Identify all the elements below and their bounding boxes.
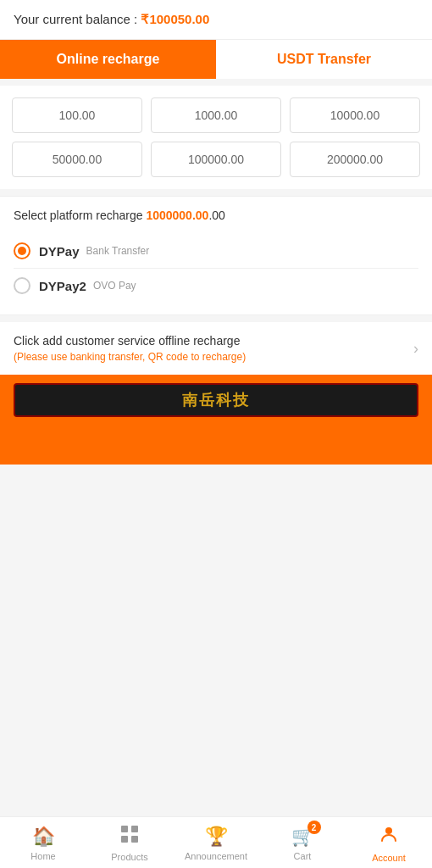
nav-item-account[interactable]: Account xyxy=(346,824,432,863)
amount-option[interactable]: 10000.00 xyxy=(290,97,420,133)
nav-label-products: Products xyxy=(111,852,147,862)
cs-main-text: Click add customer service offline recha… xyxy=(14,334,246,348)
tab-usdt-transfer[interactable]: USDT Transfer xyxy=(216,40,432,79)
home-icon: 🏠 xyxy=(32,826,55,848)
amount-grid: 100.001000.0010000.0050000.00100000.0020… xyxy=(0,86,432,189)
recharge-tabs: Online recharge USDT Transfer xyxy=(0,40,432,79)
cs-text: Click add customer service offline recha… xyxy=(14,334,246,363)
amount-option[interactable]: 50000.00 xyxy=(12,142,142,177)
platform-name-0: DYPay xyxy=(39,244,80,259)
balance-label: Your current balance : xyxy=(14,12,137,26)
banner-logo-text: 南岳科技 xyxy=(182,390,250,410)
nav-item-announcement[interactable]: 🏆 Announcement xyxy=(173,824,259,863)
svg-rect-0 xyxy=(121,826,128,832)
nav-item-products[interactable]: Products xyxy=(86,824,173,863)
cart-icon: 🛒 2 xyxy=(291,826,314,848)
platform-sub-1: OVO Pay xyxy=(93,280,136,292)
svg-rect-1 xyxy=(131,826,138,832)
account-icon xyxy=(379,824,399,849)
amount-option[interactable]: 100.00 xyxy=(12,97,142,133)
cs-arrow-icon: › xyxy=(413,340,418,358)
banner-logo: 南岳科技 xyxy=(14,383,418,417)
amount-option[interactable]: 1000.00 xyxy=(151,97,281,133)
platform-select-box: Select platform recharge 1000000.00.00 D… xyxy=(0,196,432,315)
radio-outer-0 xyxy=(14,242,30,259)
nav-item-cart[interactable]: 🛒 2 Cart xyxy=(259,824,346,863)
svg-point-4 xyxy=(385,827,392,834)
amount-option[interactable]: 100000.00 xyxy=(151,142,281,177)
svg-rect-2 xyxy=(121,836,128,843)
platform-title: Select platform recharge 1000000.00.00 xyxy=(14,209,418,222)
products-icon xyxy=(120,825,139,849)
recharge-button[interactable] xyxy=(14,426,418,453)
nav-label-cart: Cart xyxy=(294,851,312,861)
announcement-icon: 🏆 xyxy=(205,826,228,848)
balance-amount: ₹100050.00 xyxy=(141,12,209,26)
bottom-nav: 🏠 Home Products 🏆 Announcement 🛒 2 Cart xyxy=(0,816,432,868)
platform-sub-0: Bank Transfer xyxy=(86,245,150,257)
tab-online-recharge[interactable]: Online recharge xyxy=(0,40,216,79)
balance-bar: Your current balance : ₹100050.00 xyxy=(0,0,432,40)
platform-option-dypay[interactable]: DYPayBank Transfer xyxy=(14,234,418,268)
cart-badge: 2 xyxy=(307,821,321,834)
customer-service-row[interactable]: Click add customer service offline recha… xyxy=(0,322,432,375)
cs-sub-text: (Please use banking transfer, QR code to… xyxy=(14,351,246,363)
nav-label-home: Home xyxy=(30,851,55,861)
amount-option[interactable]: 200000.00 xyxy=(290,142,420,177)
platform-option-dypay2[interactable]: DYPay2OVO Pay xyxy=(14,268,418,303)
platform-name-1: DYPay2 xyxy=(39,279,86,293)
nav-label-account: Account xyxy=(372,853,406,863)
nav-item-home[interactable]: 🏠 Home xyxy=(0,824,86,863)
nav-label-announcement: Announcement xyxy=(185,851,247,861)
radio-outer-1 xyxy=(14,277,30,294)
svg-rect-3 xyxy=(131,836,138,843)
